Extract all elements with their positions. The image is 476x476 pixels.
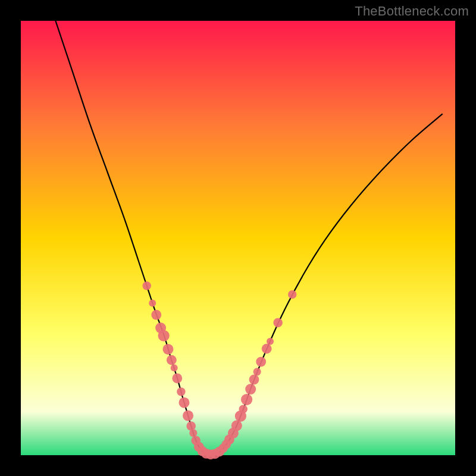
marker-dot (288, 290, 296, 299)
marker-dot (253, 368, 261, 375)
marker-dot (267, 338, 274, 345)
outer-frame: TheBottleneck.com (0, 0, 476, 476)
marker-dot (149, 300, 156, 307)
marker-dot (151, 310, 161, 320)
marker-dot (158, 330, 170, 342)
marker-dot (183, 411, 193, 421)
marker-dot (172, 373, 182, 383)
marker-dot (162, 344, 173, 355)
marker-dot (177, 387, 185, 396)
bottleneck-chart (0, 0, 476, 476)
marker-dot (167, 355, 177, 365)
marker-dot (241, 394, 252, 405)
marker-dot (273, 318, 283, 328)
marker-dot (245, 384, 256, 394)
marker-dot (178, 397, 189, 408)
marker-dot (171, 364, 178, 371)
marker-dot (262, 344, 272, 354)
gradient-background (21, 21, 455, 455)
marker-dot (143, 281, 151, 290)
marker-dot (249, 375, 259, 385)
marker-dot (239, 405, 248, 413)
marker-dot (256, 357, 266, 367)
marker-dot (231, 420, 242, 431)
